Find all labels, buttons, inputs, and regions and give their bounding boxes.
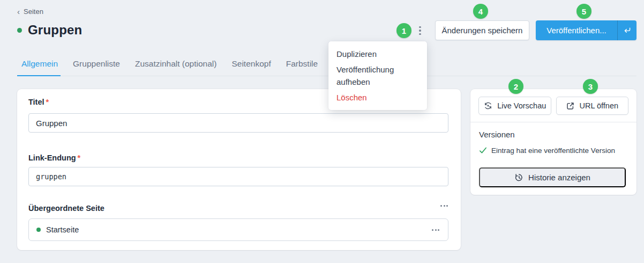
menu-item-delete[interactable]: Löschen: [328, 90, 427, 105]
publish-button-label: Veröffentlichen...: [536, 20, 617, 40]
save-changes-button[interactable]: Änderungen speichern: [435, 20, 529, 40]
parent-page-field-label: Übergeordnete Seite: [28, 204, 104, 213]
annotation-badge-3: 3: [583, 79, 598, 94]
required-asterisk: *: [78, 154, 81, 162]
checkmark-icon: [479, 147, 487, 155]
versions-section-title: Versionen: [479, 130, 515, 139]
annotation-badge-4: 4: [473, 4, 488, 19]
show-history-button[interactable]: Historie anzeigen: [479, 167, 626, 187]
version-status: Eintrag hat eine veröffentlichte Version: [479, 147, 615, 155]
tab-gruppenliste[interactable]: Gruppenliste: [72, 55, 121, 76]
title-field-label: Titel*: [28, 98, 49, 106]
chevron-left-icon: ‹: [17, 8, 20, 15]
sidebar-card: Live Vorschau URL öffnen Versionen Eintr…: [470, 89, 636, 195]
tab-allgemein[interactable]: Allgemein: [17, 55, 59, 76]
main-form-card: Titel* Link-Endung* Übergeordnete Seite …: [17, 89, 461, 250]
published-status-dot-icon: [36, 228, 41, 232]
publish-button[interactable]: Veröffentlichen...: [536, 20, 636, 40]
menu-item-duplicate[interactable]: Duplizieren: [328, 46, 427, 62]
parent-field-actions-ellipsis-icon[interactable]: [439, 203, 449, 209]
tab-zusatzinhalt[interactable]: Zusatzinhalt (optional): [134, 55, 218, 76]
menu-item-unpublish[interactable]: Veröffentlichung aufheben: [328, 62, 427, 90]
breadcrumb-label: Seiten: [24, 8, 43, 16]
parent-page-item-label: Startseite: [46, 225, 79, 234]
live-preview-icon: [483, 101, 493, 111]
tab-seitenkopf[interactable]: Seitenkopf: [230, 55, 272, 76]
slug-field-label: Link-Endung*: [28, 154, 80, 162]
parent-item-actions-ellipsis-icon[interactable]: [431, 227, 440, 233]
sidebar-divider: [470, 122, 636, 122]
return-key-icon[interactable]: [618, 20, 636, 40]
version-status-text: Eintrag hat eine veröffentlichte Version: [491, 147, 615, 155]
cms-entry-edit-page: ‹ Seiten Gruppen Änderungen speichern Ve…: [0, 0, 644, 263]
breadcrumb[interactable]: ‹ Seiten: [17, 8, 43, 16]
parent-page-item[interactable]: Startseite: [28, 218, 448, 241]
published-status-dot-icon: [17, 28, 22, 33]
show-history-label: Historie anzeigen: [528, 173, 590, 182]
slug-input[interactable]: [28, 167, 448, 186]
title-row: Gruppen: [17, 23, 82, 38]
kebab-menu-icon[interactable]: [417, 24, 423, 37]
context-menu: Duplizieren Veröffentlichung aufheben Lö…: [328, 41, 427, 110]
live-preview-label: Live Vorschau: [497, 101, 546, 110]
history-icon: [514, 173, 523, 182]
open-url-button[interactable]: URL öffnen: [556, 97, 629, 115]
tab-bar: Allgemein Gruppenliste Zusatzinhalt (opt…: [17, 55, 636, 76]
live-preview-button[interactable]: Live Vorschau: [478, 97, 551, 115]
required-asterisk: *: [46, 98, 49, 106]
page-title: Gruppen: [28, 23, 82, 38]
annotation-badge-5: 5: [576, 4, 591, 19]
title-input[interactable]: [28, 113, 448, 133]
sidebar-actions: Live Vorschau URL öffnen: [478, 97, 628, 115]
annotation-badge-1: 1: [396, 23, 411, 38]
open-url-label: URL öffnen: [579, 101, 618, 110]
annotation-badge-2: 2: [508, 79, 523, 94]
tab-farbstile[interactable]: Farbstile: [285, 55, 319, 76]
external-link-icon: [566, 101, 575, 111]
